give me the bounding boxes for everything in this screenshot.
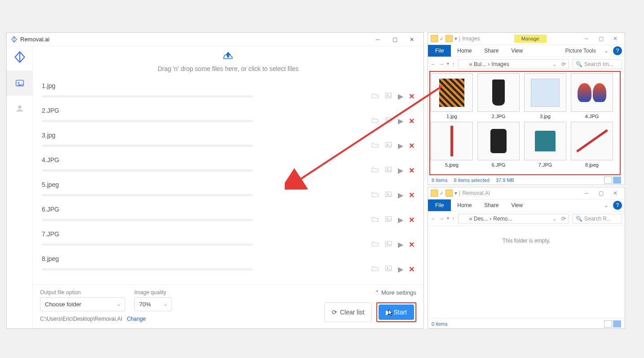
image-icon[interactable] [384,92,393,101]
thumbnail[interactable]: 8.jpeg [570,122,614,168]
delete-icon[interactable]: ✕ [409,141,415,150]
minimize-button[interactable]: ─ [580,189,593,198]
refresh-icon[interactable]: ⟳ [561,61,566,67]
sidebar-item-images[interactable] [7,71,32,96]
play-icon[interactable]: ▶ [398,117,403,125]
delete-icon[interactable]: ✕ [409,92,415,101]
folder-icon[interactable] [371,141,379,150]
folder-icon[interactable] [371,117,379,125]
tab-view[interactable]: View [505,202,529,208]
help-icon[interactable]: ? [613,201,622,210]
view-icons-button[interactable] [613,177,621,184]
image-icon[interactable] [384,141,393,150]
image-icon[interactable] [384,117,393,125]
delete-icon[interactable]: ✕ [409,166,415,175]
tab-share[interactable]: Share [478,202,505,208]
progress-bar [42,145,253,147]
delete-icon[interactable]: ✕ [409,191,415,199]
image-icon[interactable] [384,240,393,249]
thumbnail[interactable]: 2.JPG [476,73,520,119]
more-settings-toggle[interactable]: ⌃ More settings [375,289,416,296]
back-button[interactable]: ← [431,61,436,67]
delete-icon[interactable]: ✕ [409,117,415,125]
image-icon[interactable] [384,166,393,175]
folder-icon[interactable] [371,92,379,101]
tab-share[interactable]: Share [478,48,505,54]
thumbnail[interactable]: 3.jpg [523,73,567,119]
folder-icon[interactable] [371,240,379,249]
image-icon[interactable] [384,191,393,199]
help-icon[interactable]: ? [613,46,622,55]
back-button[interactable]: ← [431,216,436,222]
maximize-button[interactable]: ▢ [387,34,403,45]
forward-button[interactable]: → [439,61,444,67]
tab-home[interactable]: Home [451,48,478,54]
search-input[interactable]: 🔍 Search R... [573,214,622,224]
tab-file[interactable]: File [428,45,451,57]
close-button[interactable]: ✕ [404,34,420,45]
play-icon[interactable]: ▶ [398,141,403,150]
thumbnail[interactable]: 1.jpg [430,73,474,119]
tab-home[interactable]: Home [451,202,478,208]
search-input[interactable]: 🔍 Search Im... [573,59,622,69]
manage-tab[interactable]: Manage [514,35,547,43]
folder-icon[interactable] [371,265,379,274]
thumbnail[interactable]: 4.JPG [570,73,614,119]
sidebar-item-account[interactable] [7,96,32,121]
play-icon[interactable]: ▶ [398,216,403,224]
breadcrumb[interactable]: « Bul...› Images ⌄ ⟳ [458,59,569,69]
image-icon[interactable] [384,265,393,274]
thumbnail-label: 2.JPG [476,114,520,119]
folder-icon[interactable] [371,216,379,224]
delete-icon[interactable]: ✕ [409,265,415,274]
file-name: 1.jpg [42,82,415,89]
explorer-file-area[interactable]: 1.jpg2.JPG3.jpg4.JPG5.jpeg6.JPG7.JPG8.jp… [428,71,625,175]
maximize-button[interactable]: ▢ [594,34,608,43]
maximize-button[interactable]: ▢ [594,189,608,198]
history-dropdown[interactable]: ▾ [447,216,449,222]
tab-picture-tools[interactable]: Picture Tools [559,48,602,54]
svg-point-2 [18,106,21,109]
thumbnail-label: 6.JPG [476,162,520,168]
up-button[interactable]: ↑ [452,216,454,222]
thumbnail[interactable]: 7.JPG [523,122,567,168]
breadcrumb[interactable]: « Des...› Remo... ⌄ ⟳ [458,214,569,224]
delete-icon[interactable]: ✕ [409,240,415,249]
folder-icon[interactable] [371,191,379,199]
image-icon[interactable] [384,216,393,224]
play-icon[interactable]: ▶ [398,265,403,274]
quality-select[interactable]: 70% [134,297,172,311]
empty-folder-text: This folder is empty. [430,228,623,244]
tab-view[interactable]: View [505,48,529,54]
app-footer: Output file option Choose folder Image q… [33,284,423,328]
folder-icon[interactable] [371,166,379,175]
clear-list-button[interactable]: ⟳ Clear list [324,302,372,322]
view-details-button[interactable] [604,320,612,327]
forward-button[interactable]: → [439,216,444,222]
view-icons-button[interactable] [613,320,621,327]
history-dropdown[interactable]: ▾ [447,61,449,67]
up-button[interactable]: ↑ [452,61,454,67]
thumbnail-label: 4.JPG [570,114,614,119]
play-icon[interactable]: ▶ [398,92,403,101]
close-button[interactable]: ✕ [609,34,622,43]
chevron-down-icon[interactable]: ⌄ [604,48,609,54]
minimize-button[interactable]: ─ [580,34,593,43]
delete-icon[interactable]: ✕ [409,216,415,224]
refresh-icon[interactable]: ⟳ [561,216,566,222]
folder-icon [461,216,468,222]
play-icon[interactable]: ▶ [398,191,403,199]
change-link[interactable]: Change [127,316,146,322]
view-details-button[interactable] [604,177,612,184]
output-folder-select[interactable]: Choose folder [40,297,125,311]
minimize-button[interactable]: ─ [370,34,386,45]
tab-file[interactable]: File [428,199,451,211]
start-button[interactable]: ▶ Start [379,305,414,320]
play-icon[interactable]: ▶ [398,166,403,175]
play-icon[interactable]: ▶ [398,240,403,249]
thumbnail[interactable]: 5.jpeg [430,122,474,168]
dropzone[interactable]: Drag 'n' drop some files here, or click … [33,46,423,79]
thumbnail[interactable]: 6.JPG [476,122,520,168]
close-button[interactable]: ✕ [609,189,622,198]
chevron-down-icon[interactable]: ⌄ [604,202,609,208]
